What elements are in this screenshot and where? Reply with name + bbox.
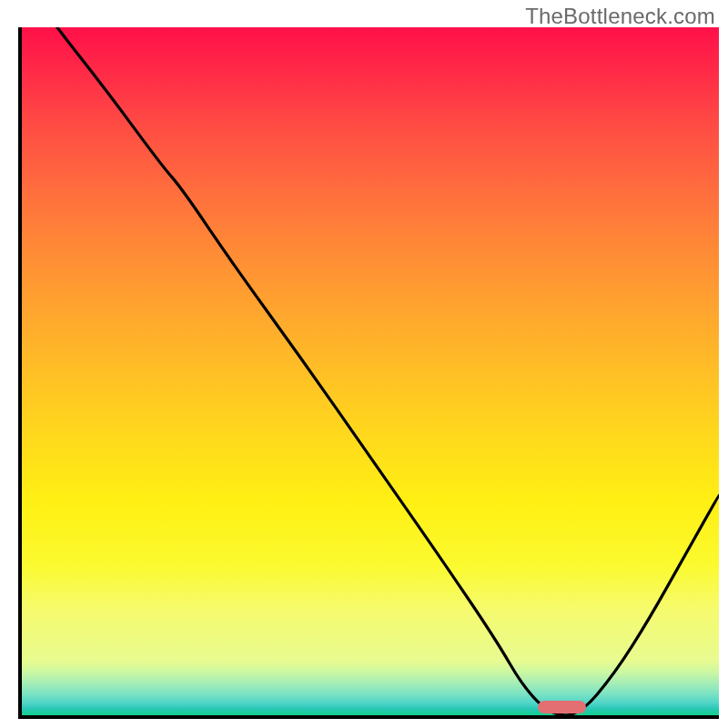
watermark-text: TheBottleneck.com — [525, 4, 715, 29]
chart-plot-area — [22, 27, 719, 715]
chart-axes — [18, 27, 719, 719]
chart-curve-layer — [22, 27, 719, 715]
optimal-range-marker — [538, 701, 587, 713]
bottleneck-curve-path — [22, 27, 719, 715]
